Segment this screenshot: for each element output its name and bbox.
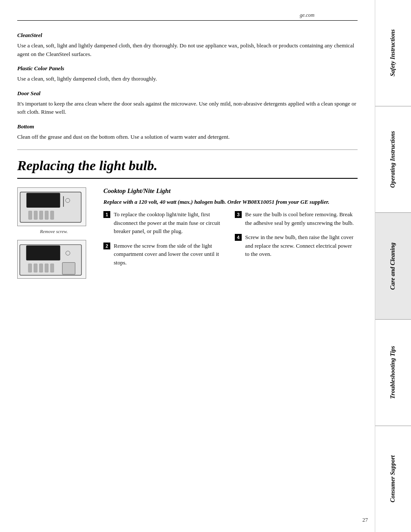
section-bottom: Bottom Clean off the grease and dust on … (17, 123, 358, 141)
svg-rect-6 (45, 211, 48, 220)
step-4: 4 Screw in the new bulb, then raise the … (235, 233, 358, 258)
bold-instruction: Replace with a 120 volt, 40 watt (max.) … (103, 198, 358, 206)
svg-rect-12 (28, 264, 32, 272)
svg-rect-7 (50, 211, 54, 220)
section-cleansteel: CleanSteel Use a clean, soft, light and … (17, 32, 358, 58)
sidebar-label-troubleshooting: Troubleshooting Tips (389, 346, 397, 399)
step-3-number: 3 (235, 211, 242, 218)
sidebar-item-operating[interactable]: Operating Instructions (375, 106, 411, 213)
step-2-text: Remove the screw from the side of the li… (114, 242, 226, 267)
main-content: ge.com CleanSteel Use a clean, soft, lig… (0, 0, 375, 532)
section-doorseal: Door Seal It's important to keep the are… (17, 90, 358, 116)
svg-rect-14 (39, 264, 43, 272)
step-3: 3 Be sure the bulb is cool before removi… (235, 210, 358, 227)
sidebar-item-care[interactable]: Care and Cleaning (375, 213, 411, 319)
svg-rect-16 (50, 264, 54, 272)
appliance-image-1 (17, 187, 86, 226)
section-cleansteel-title: CleanSteel (17, 32, 358, 39)
step-1-number: 1 (103, 211, 110, 218)
sidebar-item-consumer[interactable]: Consumer Support (375, 426, 411, 532)
section-divider (17, 149, 358, 150)
cleaning-content: CleanSteel Use a clean, soft, light and … (17, 28, 358, 141)
steps-container: 1 To replace the cooktop light/nite ligh… (103, 210, 358, 273)
svg-rect-3 (28, 211, 32, 220)
svg-rect-5 (40, 211, 43, 220)
svg-point-2 (65, 198, 70, 202)
sidebar-sections: Safety Instructions Operating Instructio… (375, 0, 411, 532)
top-bar: ge.com (17, 9, 358, 21)
bulb-instructions: Cooktop Light/Nite Light Replace with a … (103, 187, 358, 281)
cooktop-title: Cooktop Light/Nite Light (103, 187, 358, 195)
sidebar-label-operating: Operating Instructions (389, 131, 397, 188)
section-doorseal-title: Door Seal (17, 90, 358, 97)
step-2: 2 Remove the screw from the side of the … (103, 242, 226, 267)
appliance-image-2 (17, 240, 86, 279)
svg-point-11 (66, 251, 70, 255)
replacing-heading: Replacing the light bulb. (17, 158, 358, 174)
svg-rect-10 (26, 245, 60, 260)
step-1-text: To replace the cooktop light/nite light,… (114, 210, 226, 236)
step-4-text: Screw in the new bulb, then raise the li… (245, 233, 358, 258)
steps-left: 1 To replace the cooktop light/nite ligh… (103, 210, 226, 273)
sidebar-item-safety[interactable]: Safety Instructions (375, 0, 411, 106)
step-3-text: Be sure the bulb is cool before removing… (245, 210, 358, 227)
steps-right: 3 Be sure the bulb is cool before removi… (235, 210, 358, 273)
svg-rect-15 (45, 264, 48, 272)
section-bottom-body: Clean off the grease and dust on the bot… (17, 133, 358, 141)
section-bottom-title: Bottom (17, 123, 358, 130)
sidebar-label-safety: Safety Instructions (389, 29, 397, 76)
sidebar-item-troubleshooting[interactable]: Troubleshooting Tips (375, 320, 411, 426)
svg-rect-17 (62, 262, 75, 274)
sidebar-label-consumer: Consumer Support (389, 455, 397, 502)
page-number: 27 (362, 516, 368, 523)
section-plastic: Plastic Color Panels Use a clean, soft, … (17, 65, 358, 83)
step-2-number: 2 (103, 243, 110, 249)
thick-divider (17, 178, 358, 179)
section-cleansteel-body: Use a clean, soft, light and lightly dam… (17, 41, 358, 58)
website-label: ge.com (300, 12, 358, 19)
bulb-section: Remove screw. (17, 187, 358, 281)
page-wrapper: ge.com CleanSteel Use a clean, soft, lig… (0, 0, 411, 532)
section-doorseal-body: It's important to keep the area clean wh… (17, 100, 358, 116)
bulb-images: Remove screw. (17, 187, 90, 281)
svg-rect-4 (34, 211, 37, 220)
svg-rect-13 (34, 264, 37, 272)
step-1: 1 To replace the cooktop light/nite ligh… (103, 210, 226, 236)
section-plastic-body: Use a clean, soft, lightly dampened clot… (17, 75, 358, 83)
sidebar: Safety Instructions Operating Instructio… (375, 0, 411, 532)
image-caption: Remove screw. (17, 229, 90, 234)
section-plastic-title: Plastic Color Panels (17, 65, 358, 72)
svg-rect-1 (26, 193, 60, 208)
step-4-number: 4 (235, 234, 242, 241)
sidebar-label-care: Care and Cleaning (389, 243, 397, 290)
